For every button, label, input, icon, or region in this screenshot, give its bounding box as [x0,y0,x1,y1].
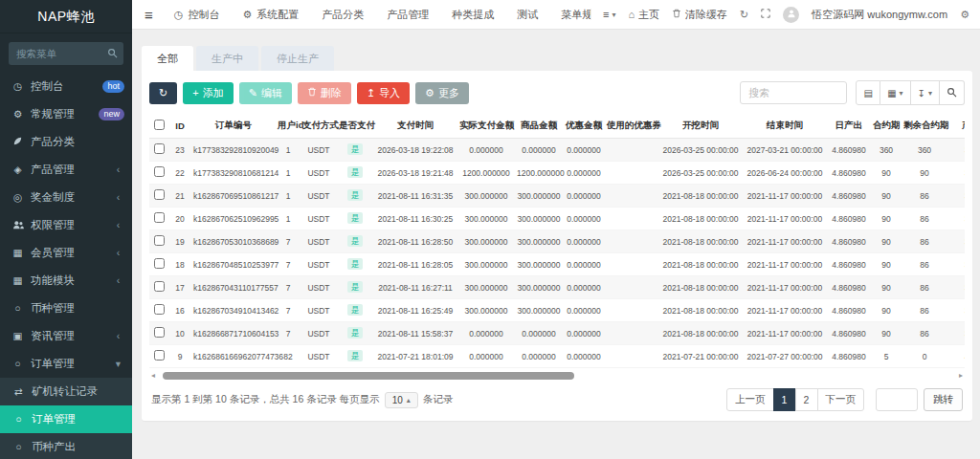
hamburger-icon[interactable]: ≡ [145,8,153,22]
table-cell: 7 [276,322,301,345]
paid-badge: 是 [347,327,364,339]
table-cell: k162867043110177557 [191,276,276,299]
table-cell [605,230,658,253]
sidebar-item-order-management[interactable]: ○订单管理 [0,405,132,433]
topnav-item-test[interactable]: 测试 [505,8,549,22]
pagination-bar: 显示第 1 到第 10 条记录，总共 16 条记录 每页显示 10 ▴ 条记录 … [149,383,965,413]
prev-page-button[interactable]: 上一页 [726,388,774,411]
tab-producing[interactable]: 生产中 [196,46,258,71]
fullscreen-icon[interactable] [761,9,770,20]
scroll-right-arrow[interactable]: ▸ [957,372,965,380]
settings-gear-icon[interactable]: ⚙ [960,10,969,20]
sidebar-item-product-category[interactable]: 产品分类 [0,128,132,156]
page-size-value: 10 [392,395,403,405]
pagination-info-suffix: 条记录 [423,393,454,406]
edit-button[interactable]: ✎ 编辑 [239,82,292,104]
diamond-icon: ◈ [11,164,24,175]
column-header-8[interactable]: 优惠金额 [563,114,605,139]
row-checkbox[interactable] [154,258,165,269]
refresh-button[interactable]: ↻ [149,82,177,104]
toggle-pagination-button[interactable]: ▤ [856,80,880,105]
table-search-input[interactable] [740,81,847,104]
table-cell: USDT [301,139,337,162]
column-header-0[interactable]: ID [168,114,191,139]
column-header-9[interactable]: 使用的优惠券 [605,114,658,139]
topnav-item-dashboard[interactable]: ◷控制台 [163,8,232,22]
sidebar-search-input[interactable] [9,42,123,65]
export-button[interactable]: ↧ ▾ [911,80,940,105]
column-header-6[interactable]: 实际支付金额 [457,114,515,139]
sidebar-item-general[interactable]: ⚙常规管理new [0,100,132,128]
topnav-item-menu-rules[interactable]: 菜单规则 [549,8,590,22]
row-checkbox[interactable] [154,235,165,246]
sidebar-item-coin-output[interactable]: ○币种产出 [0,433,132,459]
tab-stopped[interactable]: 停止生产 [261,46,334,71]
refresh-icon[interactable]: ↻ [740,10,748,20]
table-cell: k162867069510861217 [191,185,276,208]
delete-button[interactable]: 删除 [298,82,351,104]
column-header-10[interactable]: 开挖时间 [658,114,743,139]
column-header-15[interactable]: 产 [947,114,965,139]
sidebar-item-permission[interactable]: 权限管理‹ [0,211,132,239]
username[interactable]: 悟空源码网 wukongymw.com [812,8,947,22]
scrollbar-track[interactable] [157,372,957,380]
column-header-7[interactable]: 商品金额 [515,114,563,139]
table-cell: 0.000000 [563,208,605,230]
row-checkbox[interactable] [154,143,165,154]
select-all-checkbox[interactable] [154,120,165,130]
jump-page-input[interactable] [876,388,918,411]
tab-all[interactable]: 全部 [142,46,193,71]
column-header-2[interactable]: 用户id [276,114,301,139]
page-button-2[interactable]: 2 [795,388,818,411]
column-header-4[interactable]: 是否支付 [337,114,373,139]
row-checkbox[interactable] [154,350,165,361]
sidebar-item-bonus-system[interactable]: ◎奖金制度‹ [0,184,132,211]
row-checkbox[interactable] [154,304,165,315]
sidebar-item-order[interactable]: ○订单管理▾ [0,350,132,378]
clear-cache-link[interactable]: 清除缓存 [672,8,727,22]
row-checkbox[interactable] [154,281,165,292]
import-button[interactable]: ↥ 导入 [357,82,410,104]
search-button[interactable] [940,80,965,105]
jump-button[interactable]: 跳转 [924,388,963,411]
table-cell: 2021-11-17 00:00:00 [743,253,827,276]
row-checkbox[interactable] [154,166,165,177]
column-header-12[interactable]: 日产出 [827,114,871,139]
row-checkbox[interactable] [154,189,165,200]
menu-dropdown-button[interactable]: ≡ ▾ [590,9,615,20]
topnav-item-system-config[interactable]: ⚙系统配置 [231,8,310,22]
sidebar-item-news[interactable]: ▣资讯管理‹ [0,322,132,350]
sidebar-item-dashboard[interactable]: ◷控制台hot [0,73,132,100]
more-button[interactable]: ⚙ 更多 [415,82,469,104]
row-checkbox[interactable] [154,327,165,338]
column-header-11[interactable]: 结束时间 [743,114,827,139]
next-page-button[interactable]: 下一页 [817,388,865,411]
sidebar-item-miner-transfer-record[interactable]: ⇄矿机转让记录 [0,378,132,405]
scrollbar-thumb[interactable] [163,372,574,380]
topnav-item-product-management[interactable]: 产品管理 [375,8,440,22]
column-header-5[interactable]: 支付时间 [373,114,457,139]
avatar[interactable] [783,7,799,23]
table-cell: 是 [337,276,373,299]
table-cell: 4.860980 [827,345,871,368]
scroll-left-arrow[interactable]: ◂ [149,372,157,380]
column-header-3[interactable]: 支付方式 [301,114,337,139]
column-header-14[interactable]: 剩余合约期 [902,114,947,139]
columns-button[interactable]: ▦ ▾ [880,80,910,105]
page-size-select[interactable]: 10 ▴ [385,392,418,408]
add-button[interactable]: + 添加 [183,82,233,104]
sidebar-item-module[interactable]: ▦功能模块‹ [0,267,132,295]
row-checkbox[interactable] [154,212,165,223]
sidebar-item-product-management[interactable]: ◈产品管理‹ [0,156,132,184]
topnav-item-product-category[interactable]: 产品分类 [310,8,375,22]
topnav-item-category-commission[interactable]: 种类提成 [440,8,505,22]
column-header-1[interactable]: 订单编号 [191,114,276,139]
sidebar-item-currency[interactable]: ○币种管理 [0,295,132,322]
column-header-13[interactable]: 合约期 [871,114,902,139]
page-button-1[interactable]: 1 [773,388,796,411]
sidebar-item-member[interactable]: ▦会员管理‹ [0,239,132,267]
home-link[interactable]: ⌂ 主页 [628,8,659,22]
search-icon[interactable] [107,48,118,61]
table-cell: k162867048510253977 [191,253,276,276]
trash-icon [672,9,681,20]
